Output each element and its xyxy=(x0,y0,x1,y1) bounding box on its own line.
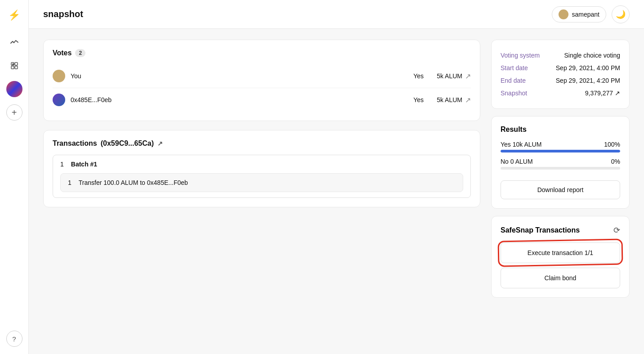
claim-bond-button[interactable]: Claim bond xyxy=(501,268,620,288)
voting-system-value: Single choice voting xyxy=(564,52,620,59)
main-area: snapshot samepant 🌙 Votes 2 You xyxy=(29,0,644,354)
vote-amount-you: 5k ALUM ↗ xyxy=(437,72,471,81)
vote-link-icon-2[interactable]: ↗ xyxy=(465,96,471,104)
left-panel: Votes 2 You Yes 5k ALUM ↗ 0x485E...F0eb … xyxy=(43,40,480,343)
transactions-title: Transactions (0x59C9...65Ca) ↗ xyxy=(53,139,471,148)
header: snapshot samepant 🌙 xyxy=(29,0,644,29)
sidebar: ⚡ + ? xyxy=(0,0,29,354)
info-card: Voting system Single choice voting Start… xyxy=(491,40,630,109)
result-yes: Yes 10k ALUM 100% xyxy=(501,141,620,152)
theme-toggle-button[interactable]: 🌙 xyxy=(612,5,630,23)
vote-address-other: 0x485E...F0eb xyxy=(71,96,408,103)
results-title: Results xyxy=(501,125,620,134)
user-avatar xyxy=(559,9,568,19)
user-badge[interactable]: samepant xyxy=(552,6,606,22)
end-date-label: End date xyxy=(501,77,526,84)
batch-number: 1 xyxy=(60,161,64,168)
sidebar-help-button[interactable]: ? xyxy=(6,331,22,347)
execute-transaction-button[interactable]: Execute transaction 1/1 xyxy=(501,242,620,263)
vote-address-you: You xyxy=(71,72,408,80)
vote-amount-other: 5k ALUM ↗ xyxy=(437,96,471,104)
vote-choice-you: Yes xyxy=(413,72,431,80)
result-no-progress-bar xyxy=(501,167,620,170)
result-no: No 0 ALUM 0% xyxy=(501,158,620,170)
vote-row: You Yes 5k ALUM ↗ xyxy=(53,64,471,88)
info-row-end-date: End date Sep 29, 2021, 4:20 PM xyxy=(501,74,620,87)
transactions-card: Transactions (0x59C9...65Ca) ↗ 1 Batch #… xyxy=(43,130,480,207)
sidebar-item-activity[interactable] xyxy=(6,34,22,50)
results-card: Results Yes 10k ALUM 100% No 0 ALUM 0% xyxy=(491,116,630,209)
result-yes-progress-fill xyxy=(501,150,620,152)
result-no-pct: 0% xyxy=(611,158,620,165)
sidebar-item-nft[interactable] xyxy=(6,58,22,74)
voting-system-label: Voting system xyxy=(501,52,540,59)
download-report-button[interactable]: Download report xyxy=(501,180,620,199)
vote-row: 0x485E...F0eb Yes 5k ALUM ↗ xyxy=(53,88,471,112)
batch-label: Batch #1 xyxy=(71,161,97,168)
info-row-voting-system: Voting system Single choice voting xyxy=(501,49,620,62)
right-panel: Voting system Single choice voting Start… xyxy=(491,40,630,343)
vote-avatar-other xyxy=(53,94,65,106)
page-title: snapshot xyxy=(43,9,83,19)
votes-count-badge: 2 xyxy=(75,49,85,57)
svg-rect-2 xyxy=(15,63,18,65)
vote-choice-other: Yes xyxy=(413,96,431,103)
result-yes-progress-bar xyxy=(501,150,620,152)
end-date-value: Sep 29, 2021, 4:20 PM xyxy=(556,77,620,84)
votes-card: Votes 2 You Yes 5k ALUM ↗ 0x485E...F0eb … xyxy=(43,40,480,121)
safesnap-header: SafeSnap Transactions ⟳ xyxy=(501,225,620,235)
sidebar-item-avatar[interactable] xyxy=(6,81,22,97)
safesnap-title: SafeSnap Transactions xyxy=(501,226,580,234)
batch-header: 1 Batch #1 xyxy=(60,161,463,168)
svg-rect-3 xyxy=(11,66,14,69)
snapshot-external-icon: ↗ xyxy=(615,90,620,97)
content-area: Votes 2 You Yes 5k ALUM ↗ 0x485E...F0eb … xyxy=(29,29,644,354)
snapshot-value[interactable]: 9,379,277 ↗ xyxy=(585,90,620,97)
user-name: samepant xyxy=(572,11,599,18)
snapshot-label: Snapshot xyxy=(501,90,527,97)
header-right: samepant 🌙 xyxy=(552,5,630,23)
vote-avatar-you xyxy=(53,70,65,82)
batch-container: 1 Batch #1 1 Transfer 100.0 ALUM to 0x48… xyxy=(53,155,471,198)
svg-rect-4 xyxy=(15,66,18,69)
result-yes-pct: 100% xyxy=(604,141,620,148)
info-row-start-date: Start date Sep 29, 2021, 4:00 PM xyxy=(501,62,620,74)
start-date-value: Sep 29, 2021, 4:00 PM xyxy=(556,64,620,72)
safesnap-card: SafeSnap Transactions ⟳ Execute transact… xyxy=(491,216,630,298)
vote-link-icon-1[interactable]: ↗ xyxy=(465,72,471,81)
tx-item-description: Transfer 100.0 ALUM to 0x485E...F0eb xyxy=(79,179,188,186)
tx-item-number: 1 xyxy=(68,179,72,186)
sidebar-add-button[interactable]: + xyxy=(6,104,22,121)
result-no-label: No 0 ALUM xyxy=(501,158,533,165)
refresh-icon[interactable]: ⟳ xyxy=(613,225,620,235)
start-date-label: Start date xyxy=(501,64,528,72)
result-yes-label: Yes 10k ALUM xyxy=(501,141,541,148)
votes-title: Votes 2 xyxy=(53,49,471,57)
transaction-item: 1 Transfer 100.0 ALUM to 0x485E...F0eb xyxy=(60,173,463,192)
info-row-snapshot: Snapshot 9,379,277 ↗ xyxy=(501,87,620,99)
transactions-external-link[interactable]: ↗ xyxy=(157,140,163,147)
app-logo-icon[interactable]: ⚡ xyxy=(6,7,22,23)
execute-btn-wrapper: Execute transaction 1/1 xyxy=(501,242,620,263)
